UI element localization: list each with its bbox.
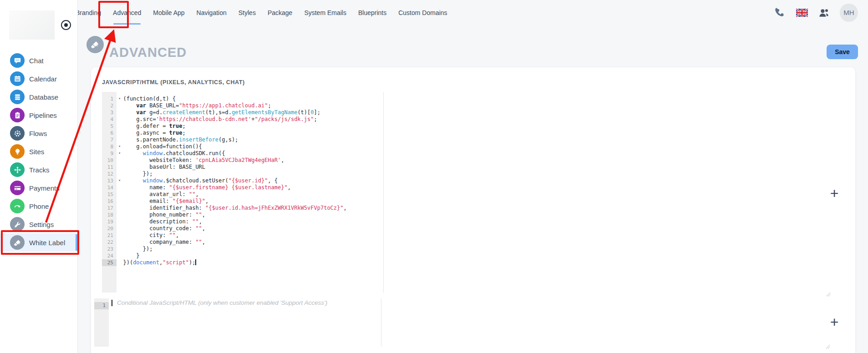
editor2-line-number: 1	[94, 302, 109, 309]
line-number: 15	[102, 191, 117, 198]
code-line: });	[117, 171, 827, 177]
code-line: email: "{$email}",	[117, 198, 827, 205]
javascript-html-code-editor[interactable]: 1▾2345678▾9▾10111213▾1415161718192021222…	[102, 92, 827, 292]
print-margin-line	[381, 298, 381, 347]
tab-bar: BrandingAdvancedMobile AppNavigationStyl…	[76, 0, 447, 25]
sidebar-collapse-radio-icon[interactable]	[61, 20, 71, 30]
sidebar-item-pipelines[interactable]: Pipelines	[0, 106, 77, 124]
tab-mobile-app[interactable]: Mobile App	[153, 0, 184, 25]
sidebar-item-label: White Label	[29, 239, 65, 247]
calendar-icon	[10, 71, 25, 86]
code-line: phone_number: "",	[117, 212, 827, 218]
tab-system-emails[interactable]: System Emails	[304, 0, 346, 25]
line-number: 18	[102, 212, 117, 218]
text-cursor	[195, 259, 196, 265]
code-line: });	[117, 246, 827, 252]
line-number: 20	[102, 225, 117, 232]
white-label-icon	[10, 235, 25, 250]
sidebar-item-flows[interactable]: Flows	[0, 124, 77, 142]
line-number: 4	[102, 116, 117, 123]
code-line: window.$chatcloud.setUser("{$user.id}", …	[117, 177, 827, 184]
code-line: g.async = true;	[117, 130, 827, 136]
settings-icon	[10, 217, 25, 232]
tab-blueprints[interactable]: Blueprints	[358, 0, 386, 25]
code-line: s.parentNode.insertBefore(g,s);	[117, 136, 827, 143]
line-number: 13▾	[102, 177, 117, 184]
user-avatar[interactable]: MH	[840, 4, 858, 22]
editor2-add-button[interactable]: +	[827, 314, 842, 330]
editor1-add-button[interactable]: +	[827, 186, 842, 201]
sidebar-item-sites[interactable]: Sites	[0, 142, 77, 161]
line-number: 11	[102, 164, 117, 171]
sidebar-item-label: Settings	[29, 221, 54, 228]
phone-icon[interactable]	[774, 7, 786, 19]
sidebar-item-settings[interactable]: Settings	[0, 215, 77, 233]
phone-icon	[10, 199, 25, 213]
line-number: 6	[102, 130, 117, 136]
code-line: })(document,"script");	[117, 259, 827, 266]
page-title: ADVANCED	[109, 45, 187, 60]
code-line: g.onload=function(){	[117, 143, 827, 150]
code-line: identifier_hash: "{$user.id.hash=jFhExZW…	[117, 205, 827, 212]
sidebar-item-label: Chat	[29, 57, 44, 65]
code-line: (function(d,t) {	[117, 96, 827, 102]
tab-advanced[interactable]: Advanced	[113, 0, 141, 25]
editor1-code-area[interactable]: (function(d,t) { var BASE_URL="https://a…	[117, 96, 827, 266]
code-line: window.chatcloudSDK.run({	[117, 150, 827, 157]
language-uk-flag-icon[interactable]	[796, 7, 808, 19]
flows-icon	[10, 126, 25, 141]
line-number: 25	[102, 259, 117, 266]
editor2-placeholder: Conditional JavaScript/HTML (only when c…	[117, 299, 327, 306]
editor1-resize-handle[interactable]	[825, 291, 831, 297]
code-line: var BASE_URL="https://app1.chatcloud.ai"…	[117, 102, 827, 109]
users-icon[interactable]	[818, 7, 830, 19]
code-line: websiteToken: 'cpnLAia5VCJba2TWg4egEHaR'…	[117, 157, 827, 164]
editor2-resize-handle[interactable]	[824, 343, 831, 349]
line-number: 3	[102, 109, 117, 116]
sidebar-item-label: Sites	[29, 148, 44, 156]
print-margin-line	[383, 92, 384, 292]
code-line: name: "{$user.firstname} {$user.lastname…	[117, 184, 827, 191]
sidebar-item-phone[interactable]: Phone	[0, 197, 77, 215]
tab-navigation[interactable]: Navigation	[197, 0, 227, 25]
sidebar-item-label: Database	[29, 93, 58, 101]
payments-icon	[10, 181, 25, 195]
line-number: 5	[102, 123, 117, 130]
editor2-first-line[interactable]: Conditional JavaScript/HTML (only when c…	[109, 299, 827, 307]
save-button[interactable]: Save	[827, 45, 858, 59]
line-number: 7	[102, 136, 117, 143]
sidebar-nav: ChatCalendarDatabasePipelinesFlowsSitesT…	[0, 51, 77, 252]
javascript-html-section-label: JAVASCRIPT/HTML (PIXELS, ANALYTICS, CHAT…	[102, 79, 245, 86]
tab-branding[interactable]: Branding	[76, 0, 101, 25]
line-number: 8▾	[102, 143, 117, 150]
sidebar-item-tracks[interactable]: Tracks	[0, 161, 77, 179]
sidebar-item-label: Calendar	[29, 75, 57, 83]
sidebar-item-database[interactable]: Database	[0, 88, 77, 106]
code-line: g.defer = true;	[117, 123, 827, 130]
line-number: 21	[102, 232, 117, 239]
conditional-code-editor[interactable]: 1 Conditional JavaScript/HTML (only when…	[94, 298, 827, 347]
sidebar-item-white-label[interactable]: White Label	[0, 233, 77, 252]
line-number: 19	[102, 218, 117, 225]
sidebar-item-label: Tracks	[29, 166, 49, 174]
line-number: 16	[102, 198, 117, 205]
code-line: company_name: "",	[117, 239, 827, 246]
sidebar-item-chat[interactable]: Chat	[0, 51, 77, 70]
code-line: description: "",	[117, 218, 827, 225]
editor2-gutter: 1	[94, 298, 109, 347]
line-number: 24	[102, 252, 117, 259]
tab-package[interactable]: Package	[268, 0, 292, 25]
tab-custom-domains[interactable]: Custom Domains	[398, 0, 447, 25]
text-cursor	[112, 300, 112, 306]
sites-icon	[10, 144, 25, 159]
sidebar-item-payments[interactable]: Payments	[0, 179, 77, 197]
pipelines-icon	[10, 108, 25, 122]
logo-placeholder	[9, 10, 55, 40]
editor1-gutter: 1▾2345678▾9▾10111213▾1415161718192021222…	[102, 92, 117, 292]
sidebar-item-label: Phone	[29, 202, 49, 210]
sidebar-item-label: Payments	[29, 184, 60, 192]
tab-styles[interactable]: Styles	[239, 0, 256, 25]
line-number: 12	[102, 171, 117, 177]
sidebar-item-calendar[interactable]: Calendar	[0, 70, 77, 88]
line-number: 14	[102, 184, 117, 191]
